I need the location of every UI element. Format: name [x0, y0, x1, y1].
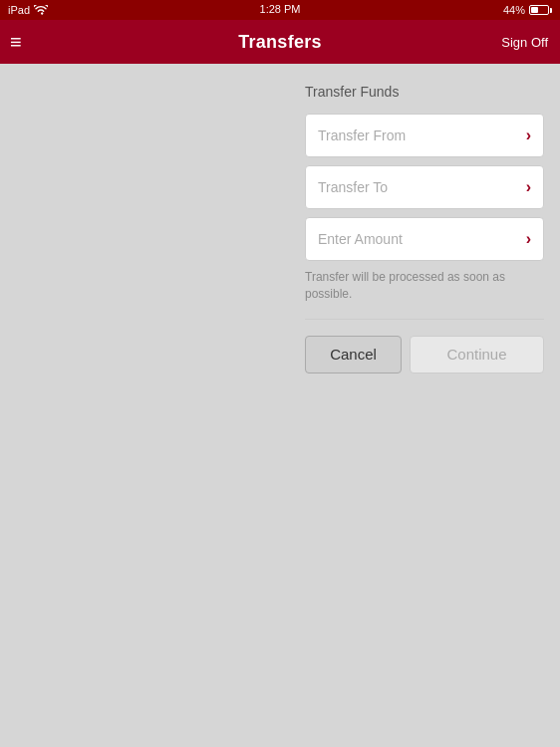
transfer-from-chevron-icon: › — [526, 126, 531, 144]
status-bar: iPad 1:28 PM 44% — [0, 0, 560, 20]
wifi-icon — [34, 5, 48, 16]
transfer-to-chevron-icon: › — [526, 178, 531, 196]
battery-indicator — [529, 5, 552, 15]
info-text: Transfer will be processed as soon as po… — [305, 269, 544, 303]
transfer-from-label: Transfer From — [318, 127, 406, 143]
cancel-button[interactable]: Cancel — [305, 336, 402, 374]
device-label: iPad — [8, 4, 30, 16]
left-panel — [0, 64, 289, 747]
section-title: Transfer Funds — [305, 84, 544, 100]
status-time: 1:28 PM — [260, 3, 301, 15]
status-left: iPad — [8, 4, 48, 16]
transfer-to-label: Transfer To — [318, 179, 388, 195]
page-title: Transfers — [238, 32, 322, 53]
transfer-from-row[interactable]: Transfer From › — [305, 114, 544, 157]
battery-pct-label: 44% — [503, 4, 525, 16]
continue-button[interactable]: Continue — [410, 336, 544, 374]
main-content: Transfer Funds Transfer From › Transfer … — [0, 64, 560, 747]
sign-off-button[interactable]: Sign Off — [501, 35, 548, 50]
nav-bar: ≡ Transfers Sign Off — [0, 20, 560, 64]
status-right: 44% — [503, 4, 552, 16]
divider — [305, 319, 544, 320]
enter-amount-row[interactable]: Enter Amount › — [305, 217, 544, 261]
right-panel: Transfer Funds Transfer From › Transfer … — [289, 64, 560, 747]
enter-amount-label: Enter Amount — [318, 231, 403, 247]
menu-button[interactable]: ≡ — [10, 31, 22, 54]
transfer-to-row[interactable]: Transfer To › — [305, 165, 544, 209]
button-row: Cancel Continue — [305, 336, 544, 374]
enter-amount-chevron-icon: › — [526, 230, 531, 248]
